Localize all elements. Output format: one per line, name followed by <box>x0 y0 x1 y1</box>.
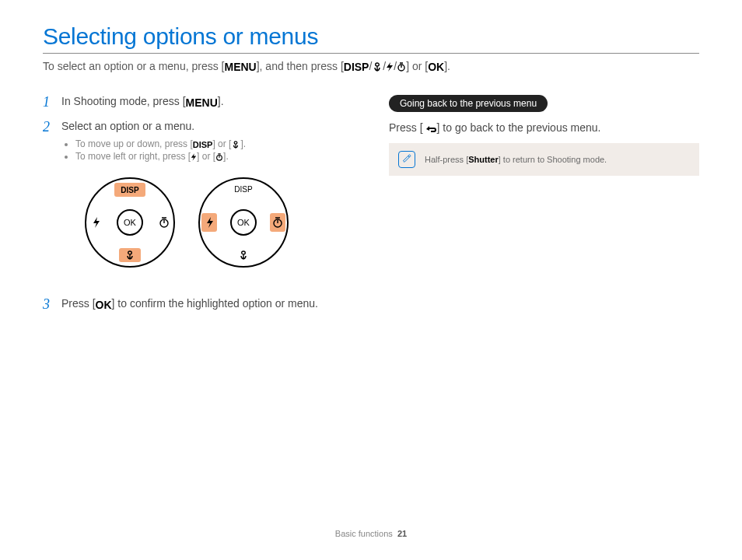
page-number: 21 <box>397 529 407 538</box>
menu-icon: MENU <box>186 96 218 109</box>
intro-text: To select an option or a menu, press [ <box>43 60 224 72</box>
note-box: Half-press [Shutter] to return to Shooti… <box>389 143 699 176</box>
dial-diagrams: DISP <box>80 173 353 272</box>
manual-page: Selecting options or menus To select an … <box>0 0 742 560</box>
text: Press [ <box>389 121 423 134</box>
bullet-text: ] or [ <box>197 151 215 162</box>
bullet-text: To move up or down, press [ <box>75 138 193 149</box>
bullet-text: ]. <box>223 151 229 162</box>
step-1: 1 In Shooting mode, press [MENU]. <box>43 95 353 109</box>
step-number: 1 <box>43 95 57 109</box>
flash-icon <box>386 62 394 72</box>
note-icon <box>398 151 415 168</box>
shutter-label: Shutter <box>468 155 499 164</box>
step-2-bullets: To move up or down, press [DISP] or []. … <box>61 138 353 162</box>
bullet: To move up or down, press [DISP] or []. <box>75 138 353 149</box>
text: ] to go back to the previous menu. <box>437 121 601 134</box>
timer-icon <box>397 62 406 72</box>
disp-icon: DISP <box>193 140 213 149</box>
step-number: 3 <box>43 297 57 311</box>
bullet: To move left or right, press [] or []. <box>75 151 353 162</box>
footer-section: Basic functions <box>335 529 393 538</box>
right-column: Going back to the previous menu Press []… <box>389 95 699 322</box>
step-3: 3 Press [OK] to confirm the highlighted … <box>43 297 353 311</box>
disp-label: DISP <box>234 185 253 194</box>
intro-text: ]. <box>444 60 450 72</box>
bullet-text: To move left or right, press [ <box>75 151 191 162</box>
timer-icon <box>215 153 223 161</box>
disp-label: DISP <box>121 186 139 194</box>
step-text: ]. <box>218 95 224 107</box>
menu-icon: MENU <box>224 61 256 73</box>
bullet-text: ]. <box>240 138 246 149</box>
step-number: 2 <box>43 120 57 134</box>
bullet-text: ] or [ <box>212 138 231 149</box>
macro-icon <box>372 62 383 72</box>
step-text: ] to confirm the highlighted option or m… <box>112 297 318 310</box>
step-text: In Shooting mode, press [ <box>61 95 186 107</box>
ok-label: OK <box>237 218 250 227</box>
note-text: Half-press [Shutter] to return to Shooti… <box>425 155 607 164</box>
step-text: Press [ <box>61 297 96 310</box>
step-text: Select an option or a menu. <box>61 120 194 132</box>
ok-icon: OK <box>428 61 444 73</box>
page-title: Selecting options or menus <box>43 23 699 50</box>
section-pill: Going back to the previous menu <box>389 95 548 112</box>
flash-icon <box>191 153 197 161</box>
step-2: 2 Select an option or a menu. To move up… <box>43 120 353 286</box>
back-icon <box>423 124 437 134</box>
intro-text: ], and then press [ <box>257 60 344 72</box>
back-instruction: Press [] to go back to the previous menu… <box>389 121 699 134</box>
macro-icon <box>231 141 240 149</box>
page-footer: Basic functions 21 <box>0 529 742 538</box>
intro-text: ] or [ <box>406 60 428 72</box>
dial-diagram-horizontal: DISP <box>194 173 293 272</box>
dial-diagram-vertical: DISP <box>80 173 180 272</box>
ok-label: OK <box>124 218 137 227</box>
ok-icon: OK <box>96 299 112 311</box>
note-text: Half-press [ <box>425 155 468 164</box>
left-column: 1 In Shooting mode, press [MENU]. 2 Sele… <box>43 95 353 322</box>
disp-icon: DISP <box>344 61 369 73</box>
title-rule <box>43 53 699 54</box>
note-text: ] to return to Shooting mode. <box>499 155 607 164</box>
intro-line: To select an option or a menu, press [ME… <box>43 60 699 73</box>
